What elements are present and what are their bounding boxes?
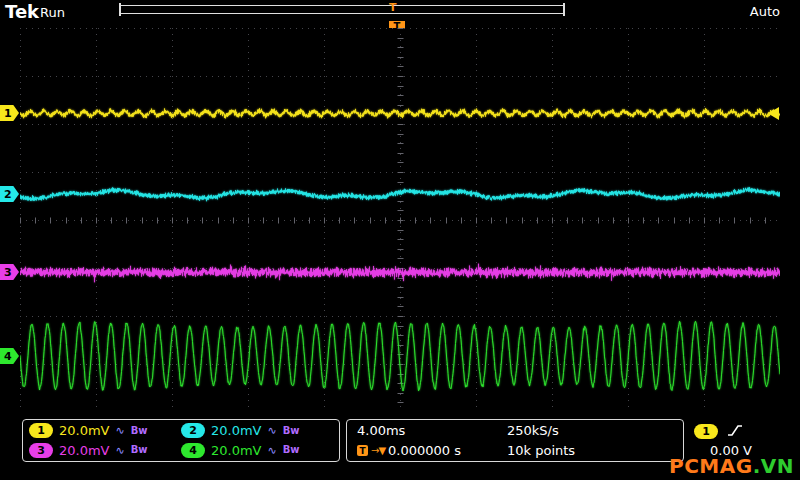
watermark-part2: .VN (753, 454, 794, 478)
bandwidth-limit-icon: Bw (131, 445, 148, 455)
oscilloscope-screen: Tek Run T Auto T 1 2 3 4 1 20.0mV ∿ Bw 2… (0, 0, 800, 480)
acquisition-state: Run (40, 5, 65, 20)
channel-readouts-box: 1 20.0mV ∿ Bw 2 20.0mV ∿ Bw 3 20.0mV ∿ B… (22, 419, 340, 462)
channel-3-badge[interactable]: 3 (29, 443, 53, 458)
time-per-division: 4.00ms (357, 423, 507, 438)
record-trigger-marker: T (389, 2, 397, 13)
channel-3-position-marker[interactable]: 3 (0, 264, 19, 280)
channel-4-readout: 4 20.0mV ∿ Bw (181, 443, 333, 458)
channel-1-scale: 20.0mV (59, 424, 110, 437)
channel-1-badge[interactable]: 1 (29, 423, 53, 438)
trigger-t-icon: T (357, 445, 368, 456)
record-view-bar[interactable]: T (120, 5, 564, 14)
channel-3-tag-label: 3 (4, 266, 12, 279)
channel-4-badge[interactable]: 4 (181, 443, 205, 458)
trigger-position-readout: T →▼ 0.000000 s (357, 443, 507, 458)
rising-edge-icon (727, 422, 743, 441)
channel-4-scale: 20.0mV (211, 444, 262, 457)
record-length: 10k points (507, 443, 575, 458)
channel-1-tag-label: 1 (4, 107, 12, 120)
trigger-position-value: 0.000000 s (388, 443, 461, 458)
channel-2-badge[interactable]: 2 (181, 423, 205, 438)
channel-1-position-marker[interactable]: 1 (0, 105, 19, 121)
coupling-icon: ∿ (268, 425, 277, 436)
channel-2-scale: 20.0mV (211, 424, 262, 437)
channel-3-scale: 20.0mV (59, 444, 110, 457)
channel-3-readout: 3 20.0mV ∿ Bw (29, 443, 181, 458)
watermark-part1: PCMAG (669, 454, 753, 478)
trigger-arrow-icon: →▼ (371, 445, 385, 456)
trigger-mode-label: Auto (750, 4, 780, 19)
watermark: PCMAG.VN (669, 454, 794, 478)
channel-2-readout: 2 20.0mV ∿ Bw (181, 423, 333, 438)
trigger-source-row: 1 (694, 422, 794, 441)
sample-rate: 250kS/s (507, 423, 575, 438)
coupling-icon: ∿ (268, 445, 277, 456)
trigger-source-badge[interactable]: 1 (694, 424, 718, 439)
channel-2-tag-label: 2 (4, 188, 12, 201)
bandwidth-limit-icon: Bw (283, 445, 300, 455)
coupling-icon: ∿ (116, 425, 125, 436)
bandwidth-limit-icon: Bw (131, 426, 148, 436)
channel-4-tag-label: 4 (4, 350, 12, 363)
channel-4-position-marker[interactable]: 4 (0, 348, 19, 364)
bandwidth-limit-icon: Bw (283, 426, 300, 436)
tek-logo: Tek (5, 1, 39, 22)
acquisition-column: 250kS/s 10k points (507, 423, 575, 458)
horizontal-readout-box: 4.00ms T →▼ 0.000000 s 250kS/s 10k point… (346, 419, 684, 462)
coupling-icon: ∿ (116, 445, 125, 456)
timebase-column: 4.00ms T →▼ 0.000000 s (357, 423, 507, 458)
channel-2-position-marker[interactable]: 2 (0, 186, 19, 202)
channel-1-readout: 1 20.0mV ∿ Bw (29, 423, 181, 438)
waveform-display (20, 28, 780, 412)
